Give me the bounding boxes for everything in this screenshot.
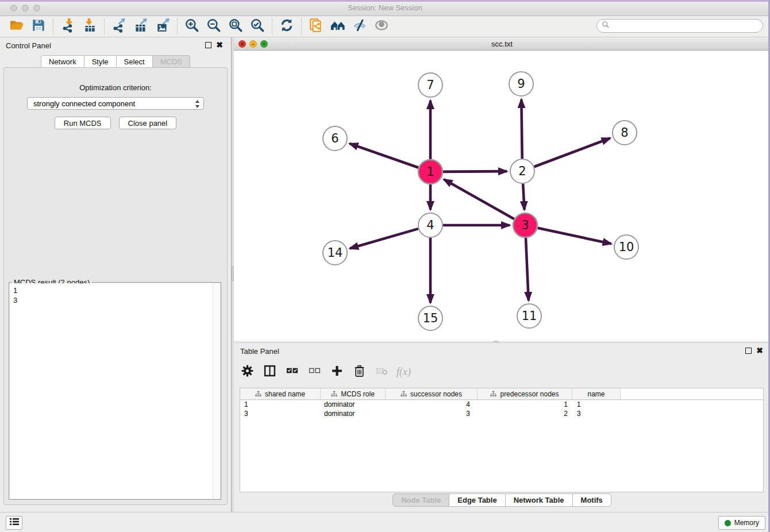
mcds-result-text[interactable]: 1 3 — [10, 283, 220, 499]
graph-edge-2-3[interactable] — [523, 184, 524, 210]
cell-shared-name[interactable]: 3 — [240, 410, 321, 418]
memory-label: Memory — [734, 519, 759, 527]
cell-shared-name[interactable]: 1 — [240, 400, 321, 408]
float-table-panel-icon[interactable] — [745, 348, 752, 354]
select-all-columns-button[interactable] — [284, 364, 299, 379]
import-table-button[interactable] — [79, 18, 101, 35]
zoom-out-icon — [206, 18, 221, 35]
zoom-fit-button[interactable] — [225, 18, 247, 35]
zoom-in-button[interactable] — [181, 18, 203, 35]
network-graph[interactable]: 7968124314101511 — [234, 51, 770, 341]
node-table[interactable]: shared name MCDS role successor nodes pr… — [240, 388, 764, 492]
first-neighbors-button[interactable] — [327, 18, 349, 35]
graph-node-label: 14 — [328, 246, 343, 260]
graph-edge-4-14[interactable] — [350, 229, 418, 248]
close-panel-icon[interactable]: ✖ — [216, 41, 223, 49]
cell-name[interactable]: 3 — [572, 410, 621, 418]
zoom-out-button[interactable] — [203, 18, 225, 35]
graph-edge-3-10[interactable] — [538, 228, 611, 244]
cell-successor-nodes[interactable]: 4 — [386, 400, 478, 408]
function-builder-button[interactable]: f(x) — [396, 366, 411, 378]
tab-select[interactable]: Select — [117, 55, 153, 68]
eye-icon — [374, 18, 389, 35]
cell-predecessor-nodes[interactable]: 2 — [478, 410, 572, 418]
task-history-button[interactable] — [6, 516, 22, 530]
unselect-all-columns-button[interactable] — [307, 364, 322, 379]
toolbar-separator — [301, 18, 302, 34]
tab-network[interactable]: Network — [41, 55, 84, 68]
toolbar-separator — [104, 18, 105, 34]
cell-successor-nodes[interactable]: 3 — [386, 410, 478, 418]
export-network-button[interactable] — [108, 18, 130, 35]
plus-icon — [331, 365, 343, 379]
graph-edge-3-11[interactable] — [526, 238, 529, 300]
window-titlebar: Session: New Session — [0, 0, 770, 16]
export-image-button[interactable] — [152, 18, 174, 35]
graph-edge-1-2[interactable] — [443, 171, 507, 172]
tab-motifs[interactable]: Motifs — [573, 494, 611, 507]
cell-mcds-role[interactable]: dominator — [321, 400, 386, 408]
delete-column-button[interactable] — [352, 364, 367, 379]
table-settings-button[interactable] — [240, 364, 255, 379]
open-session-button[interactable] — [6, 18, 28, 35]
tab-mcds[interactable]: MCDS — [153, 55, 190, 68]
close-panel-button[interactable]: Close panel — [119, 117, 177, 129]
toolbar-separator — [53, 18, 53, 34]
search-input[interactable] — [610, 20, 763, 32]
unchecked-boxes-icon — [309, 365, 321, 379]
refresh-icon — [279, 18, 294, 35]
run-mcds-button[interactable]: Run MCDS — [55, 117, 111, 129]
table-row[interactable]: 3 dominator 3 2 3 — [240, 409, 763, 418]
tab-network-table[interactable]: Network Table — [506, 494, 573, 507]
column-header-successor-nodes[interactable]: successor nodes — [386, 388, 478, 399]
column-header-predecessor-nodes[interactable]: predecessor nodes — [478, 388, 572, 399]
show-column-button[interactable] — [262, 364, 277, 379]
tab-node-table[interactable]: Node Table — [392, 494, 449, 507]
column-header-mcds-role[interactable]: MCDS role — [321, 388, 386, 399]
toolbar-search[interactable] — [596, 19, 763, 33]
graph-edge-2-9[interactable] — [521, 99, 522, 159]
network-canvas[interactable]: 7968124314101511 — [234, 51, 770, 341]
cell-predecessor-nodes[interactable]: 1 — [478, 400, 572, 408]
float-panel-icon[interactable] — [205, 42, 211, 48]
tab-edge-table[interactable]: Edge Table — [449, 494, 505, 507]
close-table-panel-icon[interactable]: ✖ — [756, 346, 763, 354]
create-column-button[interactable] — [329, 364, 344, 379]
zoom-selected-button[interactable] — [247, 18, 268, 35]
delete-table-button[interactable] — [374, 364, 389, 379]
cell-mcds-role[interactable]: dominator — [321, 410, 386, 418]
open-folder-icon — [9, 18, 24, 35]
column-header-name[interactable]: name — [572, 388, 621, 399]
dropdown-value: strongly connected component — [33, 99, 135, 108]
main-area: Control Panel ✖ Network Style Select MCD… — [0, 37, 770, 512]
toolbar-separator — [177, 18, 178, 34]
graph-edge-2-8[interactable] — [534, 138, 610, 167]
save-disk-icon — [31, 18, 46, 35]
memory-button[interactable]: Memory — [718, 516, 765, 530]
save-session-button[interactable] — [28, 18, 49, 35]
control-panel-header: Control Panel ✖ — [0, 37, 231, 53]
graph-node-label: 3 — [521, 218, 529, 232]
control-panel-tabs: Network Style Select MCDS — [0, 55, 231, 68]
table-row[interactable]: 1 dominator 4 1 1 — [240, 400, 763, 409]
export-table-icon — [133, 18, 148, 35]
import-network-button[interactable] — [57, 18, 79, 35]
toolbar-separator — [272, 18, 272, 34]
new-network-from-selection-button[interactable] — [305, 18, 327, 35]
optimization-criterion-dropdown[interactable]: strongly connected component — [27, 97, 204, 110]
table-header-row: shared name MCDS role successor nodes pr… — [240, 388, 763, 400]
column-header-shared-name[interactable]: shared name — [240, 388, 321, 399]
graph-node-label: 2 — [518, 164, 526, 178]
tab-style[interactable]: Style — [84, 55, 117, 68]
hide-selected-button[interactable] — [349, 18, 371, 35]
show-all-button[interactable] — [371, 18, 392, 35]
network-window-titlebar: ✕ − + scc.txt — [234, 37, 770, 51]
cell-name[interactable]: 1 — [572, 400, 621, 408]
export-table-button[interactable] — [130, 18, 152, 35]
graph-edge-3-1[interactable] — [444, 179, 514, 219]
graph-edge-1-6[interactable] — [349, 144, 418, 168]
import-table-icon — [82, 18, 97, 35]
chevron-updown-icon — [195, 99, 200, 110]
refresh-button[interactable] — [276, 18, 298, 35]
result-scrollbar[interactable] — [213, 283, 220, 499]
